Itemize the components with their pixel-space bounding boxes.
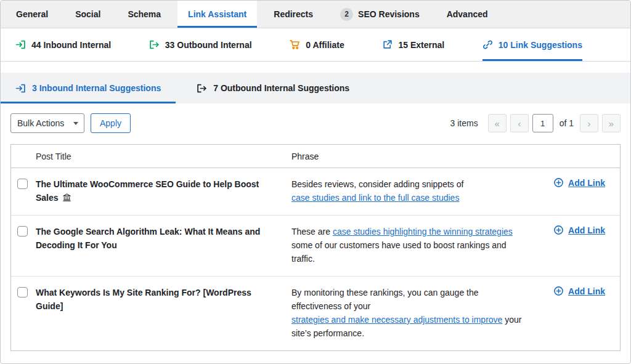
table-header-row: Post Title Phrase bbox=[11, 145, 620, 168]
stat-external[interactable]: 15 External bbox=[382, 28, 444, 61]
stat-label: 44 Inbound Internal bbox=[31, 40, 111, 50]
suggestions-table: Post Title Phrase The Ultimate WooCommer… bbox=[10, 144, 621, 351]
row-checkbox[interactable] bbox=[17, 179, 28, 189]
table-row: The Ultimate WooCommerce SEO Guide to He… bbox=[11, 168, 620, 216]
tab-social[interactable]: Social bbox=[65, 1, 111, 28]
add-link-label: Add Link bbox=[568, 286, 605, 296]
seo-revisions-count-badge: 2 bbox=[340, 8, 353, 21]
tab-seo-revisions[interactable]: 2 SEO Revisions bbox=[330, 1, 430, 28]
tab-label: Schema bbox=[128, 9, 161, 19]
row-checkbox[interactable] bbox=[17, 287, 28, 297]
action-cell: Add Link bbox=[527, 177, 620, 188]
cornerstone-icon bbox=[62, 193, 71, 202]
apply-button[interactable]: Apply bbox=[91, 113, 131, 133]
main-tab-bar: General Social Schema Link Assistant Red… bbox=[1, 1, 630, 28]
stat-label: 33 Outbound Internal bbox=[165, 40, 252, 50]
tab-label: General bbox=[16, 9, 48, 19]
suggestions-tab-bar: 3 Inbound Internal Suggestions 7 Outboun… bbox=[1, 73, 630, 103]
stat-outbound-internal[interactable]: 33 Outbound Internal bbox=[149, 28, 252, 61]
checkbox-cell bbox=[11, 225, 36, 238]
tab-label: Social bbox=[75, 9, 100, 19]
add-link-button[interactable]: Add Link bbox=[553, 286, 605, 296]
table-row: What Keywords Is My Site Ranking For? [W… bbox=[11, 277, 620, 350]
next-page-button[interactable]: › bbox=[580, 114, 598, 132]
phrase-link[interactable]: case studies and link to the full case s… bbox=[291, 191, 459, 204]
add-link-button[interactable]: Add Link bbox=[553, 177, 605, 188]
add-circle-icon bbox=[553, 225, 564, 235]
stat-label: 10 Link Suggestions bbox=[499, 40, 582, 50]
add-link-button[interactable]: Add Link bbox=[553, 225, 605, 235]
current-page-input[interactable] bbox=[532, 114, 553, 132]
phrase-cell: By monitoring these rankings, you can ga… bbox=[291, 286, 527, 340]
last-page-button[interactable]: » bbox=[602, 114, 621, 132]
action-cell: Add Link bbox=[527, 286, 620, 296]
tab-schema[interactable]: Schema bbox=[117, 1, 171, 28]
column-header-post-title: Post Title bbox=[36, 152, 291, 161]
suggestions-tab-label: 3 Inbound Internal Suggestions bbox=[32, 83, 161, 93]
tab-label: Advanced bbox=[447, 9, 488, 19]
tab-inbound-suggestions[interactable]: 3 Inbound Internal Suggestions bbox=[1, 73, 176, 103]
add-circle-icon bbox=[553, 286, 564, 296]
action-cell: Add Link bbox=[527, 225, 620, 235]
checkbox-cell bbox=[11, 177, 36, 191]
tab-label: Redirects bbox=[274, 9, 313, 19]
phrase-link[interactable]: strategies and make necessary adjustment… bbox=[291, 313, 502, 326]
stat-affiliate[interactable]: 0 Affiliate bbox=[290, 28, 344, 61]
inbound-arrow-icon bbox=[15, 39, 26, 50]
add-link-label: Add Link bbox=[568, 178, 605, 188]
post-title: What Keywords Is My Site Ranking For? [W… bbox=[36, 288, 251, 311]
post-title-cell: The Google Search Algorithm Leak: What I… bbox=[36, 225, 291, 252]
table-row: The Google Search Algorithm Leak: What I… bbox=[11, 216, 620, 277]
post-title-cell: The Ultimate WooCommerce SEO Guide to He… bbox=[36, 177, 291, 204]
link-stats-bar: 44 Inbound Internal 33 Outbound Internal… bbox=[1, 28, 630, 62]
tab-link-assistant[interactable]: Link Assistant bbox=[177, 1, 257, 28]
cart-icon bbox=[290, 39, 300, 50]
link-assistant-panel: General Social Schema Link Assistant Red… bbox=[0, 0, 631, 364]
prev-page-button[interactable]: ‹ bbox=[510, 114, 529, 132]
phrase-text-before: Besides reviews, consider adding snippet… bbox=[291, 179, 463, 189]
tab-general[interactable]: General bbox=[6, 1, 59, 28]
phrase-text-after: some of our customers have used to boost… bbox=[291, 240, 507, 264]
tab-outbound-suggestions[interactable]: 7 Outbound Internal Suggestions bbox=[182, 73, 364, 103]
tab-label: Link Assistant bbox=[188, 9, 246, 19]
tab-label: SEO Revisions bbox=[358, 9, 420, 19]
checkbox-cell bbox=[11, 286, 36, 299]
stat-inbound-internal[interactable]: 44 Inbound Internal bbox=[15, 28, 111, 61]
add-link-label: Add Link bbox=[568, 225, 605, 235]
items-count: 3 items bbox=[450, 118, 478, 128]
stat-link-suggestions[interactable]: 10 Link Suggestions bbox=[482, 28, 582, 61]
external-link-icon bbox=[382, 39, 393, 50]
total-pages-label: of 1 bbox=[557, 118, 576, 128]
add-circle-icon bbox=[553, 177, 564, 188]
row-checkbox[interactable] bbox=[17, 226, 28, 237]
suggestions-tab-label: 7 Outbound Internal Suggestions bbox=[213, 83, 349, 93]
phrase-text-before: These are bbox=[291, 227, 333, 237]
link-icon bbox=[482, 39, 493, 50]
tab-redirects[interactable]: Redirects bbox=[263, 1, 324, 28]
stat-label: 15 External bbox=[398, 40, 444, 50]
table-toolbar: Bulk Actions Apply 3 items « ‹ of 1 › » bbox=[1, 103, 630, 142]
inbound-arrow-icon bbox=[15, 83, 26, 94]
phrase-link[interactable]: case studies highlighting the winning st… bbox=[333, 225, 513, 238]
checkbox-column-header bbox=[11, 156, 36, 157]
post-title-cell: What Keywords Is My Site Ranking For? [W… bbox=[36, 286, 291, 313]
column-header-phrase: Phrase bbox=[291, 150, 527, 163]
pagination: 3 items « ‹ of 1 › » bbox=[450, 114, 621, 132]
post-title: The Google Search Algorithm Leak: What I… bbox=[36, 227, 260, 250]
first-page-button[interactable]: « bbox=[488, 114, 507, 132]
outbound-arrow-icon bbox=[197, 83, 207, 94]
phrase-text-before: By monitoring these rankings, you can ga… bbox=[291, 288, 479, 311]
tab-advanced[interactable]: Advanced bbox=[436, 1, 499, 28]
stat-label: 0 Affiliate bbox=[306, 40, 344, 50]
bulk-actions-select[interactable]: Bulk Actions bbox=[10, 113, 84, 133]
bulk-actions-select-wrap: Bulk Actions bbox=[10, 113, 84, 133]
outbound-arrow-icon bbox=[149, 39, 160, 50]
phrase-cell: Besides reviews, consider adding snippet… bbox=[291, 177, 527, 204]
phrase-cell: These are case studies highlighting the … bbox=[291, 225, 527, 265]
